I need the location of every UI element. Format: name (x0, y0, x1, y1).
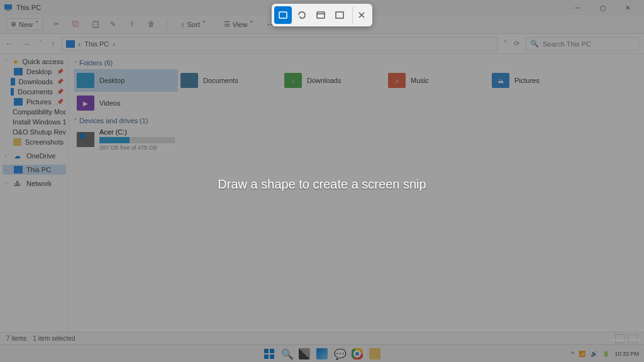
sidebar-item-install[interactable]: Install Windows 11 (3, 117, 66, 127)
folder-music[interactable]: ♪Music (386, 69, 489, 92)
folders-grid: Desktop Documents ↓Downloads ♪Music ⛰Pic… (74, 69, 639, 114)
pin-icon: 📌 (57, 69, 64, 75)
tray-chevron-icon[interactable]: ^ (571, 351, 574, 357)
svg-rect-5 (270, 354, 274, 359)
folder-pictures[interactable]: ⛰Pictures (489, 69, 593, 92)
pc-icon (66, 40, 75, 48)
svg-rect-4 (264, 354, 269, 359)
sidebar-item-documents[interactable]: Documents📌 (3, 87, 66, 97)
paste-icon[interactable]: 📋 (91, 20, 100, 29)
sidebar-item-compat[interactable]: Compatibility Mods (3, 107, 66, 117)
rename-icon[interactable]: ✎ (110, 20, 119, 29)
volume-icon[interactable]: 🔊 (591, 351, 597, 357)
chat-icon[interactable]: 💬 (334, 348, 345, 359)
copy-icon[interactable]: ⿻ (72, 20, 81, 29)
sidebar: ˅★Quick access Desktop📌 Downloads📌 Docum… (0, 54, 69, 347)
folder-icon (13, 138, 21, 146)
search-placeholder: Search This PC (543, 40, 591, 48)
svg-rect-0 (4, 4, 12, 9)
folder-videos[interactable]: ▶Videos (74, 92, 178, 114)
svg-rect-2 (264, 349, 269, 353)
clock[interactable]: 10:33 PM (614, 351, 639, 357)
sidebar-item-desktop[interactable]: Desktop📌 (3, 67, 66, 77)
wifi-icon[interactable]: 📶 (579, 351, 586, 357)
watermark: wsxdn.com (612, 337, 640, 343)
search-input[interactable]: 🔍 Search This PC (526, 37, 639, 51)
desktop-icon (77, 73, 94, 88)
folder-downloads[interactable]: ↓Downloads (282, 69, 386, 92)
forward-button[interactable]: → (22, 39, 30, 48)
new-button[interactable]: ⊕ New ˅ (6, 18, 43, 30)
snip-freeform-button[interactable] (293, 6, 311, 24)
battery-icon[interactable]: 🔋 (602, 351, 609, 357)
folder-icon (14, 68, 23, 75)
svg-rect-11 (279, 12, 287, 18)
group-devices[interactable]: ˅Devices and drives (1) (74, 114, 639, 127)
breadcrumb-arrow: › (79, 40, 81, 48)
back-button[interactable]: ← (5, 39, 13, 48)
sidebar-item-thispc[interactable]: ›This PC (3, 165, 66, 175)
svg-point-10 (355, 352, 359, 356)
folder-desktop[interactable]: Desktop (74, 69, 178, 92)
pictures-icon: ⛰ (492, 73, 509, 88)
drive-icon (77, 132, 94, 147)
close-button[interactable]: ✕ (615, 0, 640, 15)
music-icon: ♪ (388, 73, 406, 88)
recent-dropdown[interactable]: ˅ (39, 39, 42, 48)
status-selected: 1 item selected (33, 335, 75, 342)
search-taskbar-icon[interactable]: 🔍 (281, 348, 292, 359)
sort-button[interactable]: ↕ Sort ˅ (177, 19, 210, 30)
sidebar-item-pictures[interactable]: Pictures📌 (3, 97, 66, 107)
snip-close-button[interactable] (352, 6, 370, 24)
snip-fullscreen-button[interactable] (331, 6, 348, 24)
sidebar-item-onedrive[interactable]: ›☁OneDrive (3, 151, 66, 161)
up-button[interactable]: ↑ (51, 39, 55, 48)
documents-icon (180, 73, 198, 88)
breadcrumb[interactable]: › This PC › (62, 37, 498, 51)
svg-rect-12 (317, 12, 325, 18)
network-icon: 🖧 (14, 180, 23, 187)
widgets-icon[interactable] (316, 348, 328, 359)
cut-icon[interactable]: ✂ (53, 20, 62, 29)
pc-icon (14, 166, 23, 173)
breadcrumb-location: This PC (84, 40, 109, 48)
breadcrumb-arrow: › (113, 40, 115, 48)
minimize-button[interactable]: ─ (565, 0, 590, 15)
svg-rect-1 (6, 10, 10, 11)
sidebar-item-network[interactable]: ›🖧Network (3, 178, 66, 189)
snip-toolbar (272, 4, 372, 26)
window-title: This PC (16, 4, 41, 11)
maximize-button[interactable]: ▢ (590, 0, 615, 15)
taskbar: 🔍 💬 ^ 📶 🔊 🔋 10:33 PM (0, 344, 644, 362)
drive-usage-bar (99, 137, 175, 143)
sidebar-item-downloads[interactable]: Downloads📌 (3, 77, 66, 87)
sidebar-item-screenshots[interactable]: Screenshots (3, 137, 66, 147)
snip-window-button[interactable] (312, 6, 330, 24)
snip-rectangular-button[interactable] (274, 6, 292, 24)
main-area: ˅★Quick access Desktop📌 Downloads📌 Docum… (0, 54, 644, 347)
delete-icon[interactable]: 🗑 (148, 20, 157, 29)
sidebar-item-quick-access[interactable]: ˅★Quick access (3, 57, 66, 67)
svg-rect-14 (336, 12, 343, 18)
explorer-icon[interactable] (369, 348, 380, 359)
start-button[interactable] (264, 348, 275, 359)
group-folders[interactable]: ˅Folders (6) (74, 57, 639, 69)
folder-icon (14, 98, 23, 106)
dropdown-icon[interactable]: ˅ (504, 40, 508, 48)
view-button[interactable]: ☰ View ˅ (220, 19, 258, 30)
pin-icon: 📌 (57, 99, 64, 105)
status-items: 7 items (6, 335, 26, 342)
folder-documents[interactable]: Documents (178, 69, 282, 92)
sidebar-item-oos[interactable]: O&O Shutup Revies (3, 127, 66, 137)
drive-c[interactable]: Acer (C:) 287 GB free of 475 GB (74, 127, 250, 152)
refresh-button[interactable]: ⟳ (514, 40, 519, 48)
separator (167, 19, 167, 30)
share-icon[interactable]: ⇪ (129, 20, 138, 29)
snip-hint-text: Draw a shape to create a screen snip (218, 177, 426, 192)
svg-rect-3 (270, 349, 274, 353)
chrome-icon[interactable] (352, 348, 363, 359)
taskview-icon[interactable] (299, 348, 310, 359)
pin-icon: 📌 (57, 89, 64, 95)
statusbar: 7 items 1 item selected (0, 332, 644, 344)
search-icon: 🔍 (530, 40, 539, 48)
